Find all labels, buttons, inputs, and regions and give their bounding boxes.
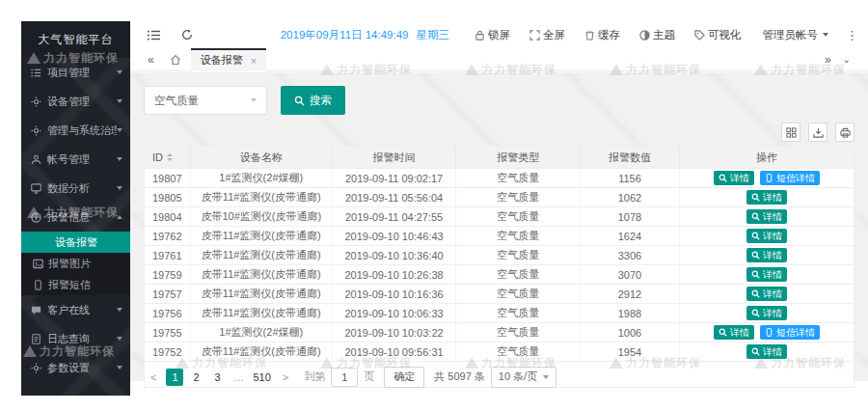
chevron-down-icon	[117, 337, 122, 341]
sidebar-subitem-device-alarm[interactable]: 设备报警	[21, 232, 130, 253]
sidebar-item-customer-online[interactable]: 客户在线	[21, 295, 130, 324]
sidebar-item-data-analysis[interactable]: 数据分析	[21, 174, 130, 203]
content-area: 空气质量 搜索	[130, 72, 868, 381]
cell-id: 19757	[145, 285, 191, 303]
gear-icon	[31, 125, 41, 136]
sidebar-item-label: 报警信息	[47, 210, 117, 225]
tag-icon	[694, 30, 705, 41]
sidebar-item-system-mgmt[interactable]: 管理与系统治理	[21, 116, 130, 145]
cell-id: 19804	[145, 207, 191, 226]
action-label: 主题	[653, 28, 675, 42]
cell-device-name: 1#监测仪(2#煤棚)	[191, 169, 333, 187]
page-number-button[interactable]: 2	[187, 369, 204, 386]
column-label: 操作	[756, 151, 777, 165]
detail-button[interactable]: 详情	[746, 306, 787, 320]
fullscreen-icon	[529, 30, 540, 41]
page-number-button[interactable]: 3	[208, 369, 226, 386]
lock-screen-button[interactable]: 锁屏	[475, 28, 510, 42]
cell-alarm-time: 2019-09-11 05:56:04	[333, 188, 457, 206]
columns-filter-button[interactable]	[781, 123, 800, 142]
close-icon[interactable]: ×	[251, 55, 257, 67]
chevron-down-icon	[117, 157, 122, 161]
menu-toggle-button[interactable]	[148, 30, 160, 41]
cell-device-name: 皮带11#监测仪(皮带通廊)	[191, 304, 333, 322]
tabs-scroll-left-button[interactable]: «	[142, 53, 160, 67]
sidebar-item-log-query[interactable]: 日志查询	[21, 324, 130, 353]
trash-icon	[584, 30, 595, 41]
goto-confirm-button[interactable]: 确定	[384, 367, 424, 388]
cell-alarm-type: 空气质量	[456, 323, 581, 342]
export-button[interactable]	[808, 123, 827, 142]
page-numbers: 123…510	[166, 369, 272, 386]
select-value: 空气质量	[154, 94, 251, 108]
table-row: 19756皮带11#监测仪(皮带通廊)2019-09-10 10:06:33空气…	[145, 303, 854, 322]
cell-device-name: 皮带11#监测仪(皮带通廊)	[191, 227, 333, 245]
goto-page-input[interactable]	[331, 368, 358, 387]
tabs-menu-button[interactable]: ⌄	[837, 54, 856, 65]
detail-button[interactable]: 详情	[746, 267, 787, 282]
sms-detail-button[interactable]: 短信详情	[760, 325, 820, 340]
column-header-id[interactable]: ID	[145, 147, 191, 168]
cell-device-name: 皮带11#监测仪(皮带通廊)	[191, 285, 333, 303]
detail-button[interactable]: 详情	[714, 325, 754, 340]
visualization-button[interactable]: 可视化	[694, 28, 742, 42]
page-size-select[interactable]: 10 条/页	[491, 367, 556, 388]
column-label: 报警时间	[373, 151, 416, 165]
table-row: 19805皮带11#监测仪(皮带通廊)2019-09-11 05:56:04空气…	[145, 187, 854, 206]
detail-button[interactable]: 详情	[746, 287, 787, 301]
sms-detail-button[interactable]: 短信详情	[760, 171, 820, 185]
table-toolbar	[144, 123, 854, 142]
detail-button[interactable]: 详情	[746, 229, 787, 243]
alarm-type-select[interactable]: 空气质量	[144, 86, 267, 115]
tab-device-alarm[interactable]: 设备报警 ×	[191, 48, 266, 71]
cell-alarm-type: 空气质量	[456, 169, 581, 187]
more-menu-button[interactable]: ⋮	[846, 28, 858, 42]
sidebar-item-project[interactable]: 项目管理	[21, 58, 130, 87]
user-icon	[31, 154, 41, 165]
phone-icon	[765, 328, 773, 337]
search-icon	[751, 289, 760, 298]
sidebar-subitem-alarm-images[interactable]: 报警图片	[21, 253, 130, 274]
sidebar-item-label: 日志查询	[47, 332, 117, 346]
sidebar-item-label: 客户在线	[47, 303, 117, 317]
chevron-down-icon	[117, 128, 122, 132]
detail-button[interactable]: 详情	[746, 248, 787, 262]
sidebar-item-alarm-info[interactable]: 报警信息	[21, 203, 130, 232]
sidebar-subitem-alarm-sms[interactable]: 报警短信	[21, 274, 130, 295]
print-button[interactable]	[835, 123, 854, 142]
account-menu[interactable]: 管理员帐号	[763, 28, 829, 42]
detail-button[interactable]: 详情	[714, 171, 754, 185]
table-body: 198071#监测仪(2#煤棚)2019-09-11 09:02:17空气质量1…	[145, 168, 854, 361]
next-page-button[interactable]: >	[279, 371, 292, 383]
sort-icon[interactable]	[167, 153, 173, 161]
sidebar-item-device-mgmt[interactable]: 设备管理	[21, 87, 130, 116]
tabs-scroll-right-button[interactable]: »	[819, 53, 837, 67]
sidebar-subitem-label: 报警图片	[48, 257, 91, 271]
chevron-down-icon	[117, 99, 122, 103]
page-suffix-label: 页	[364, 370, 374, 384]
theme-button[interactable]: 主题	[639, 28, 675, 42]
chart-icon	[31, 183, 41, 194]
home-tab-button[interactable]	[170, 54, 181, 66]
sidebar-item-settings[interactable]: 参数设置	[21, 353, 130, 382]
search-button[interactable]: 搜索	[281, 86, 345, 115]
chevron-down-icon	[251, 98, 257, 102]
page-number-button[interactable]: 1	[166, 369, 183, 386]
cell-alarm-time: 2019-09-10 10:36:40	[333, 246, 457, 264]
detail-button[interactable]: 详情	[746, 190, 787, 205]
cache-button[interactable]: 缓存	[584, 28, 620, 42]
table-row: 19759皮带11#监测仪(皮带通廊)2019-09-10 10:26:38空气…	[145, 264, 854, 284]
refresh-button[interactable]	[181, 29, 193, 41]
sidebar-item-account-mgmt[interactable]: 帐号管理	[21, 145, 130, 174]
app-window: 大气智能平台 项目管理 设备管理 管理与系统治理 帐号管理	[21, 21, 868, 396]
detail-button[interactable]: 详情	[746, 209, 787, 224]
column-label: 设备名称	[240, 151, 283, 165]
cell-alarm-time: 2019-09-11 04:27:55	[333, 207, 457, 226]
prev-page-button[interactable]: <	[147, 371, 160, 383]
image-icon	[33, 259, 43, 269]
detail-button[interactable]: 详情	[746, 344, 787, 359]
fullscreen-button[interactable]: 全屏	[529, 28, 565, 42]
cell-id: 19762	[145, 227, 191, 245]
table-row: 19752皮带11#监测仪(皮带通廊)2019-09-10 09:56:31空气…	[145, 342, 854, 361]
page-number-button[interactable]: 510	[251, 369, 272, 386]
